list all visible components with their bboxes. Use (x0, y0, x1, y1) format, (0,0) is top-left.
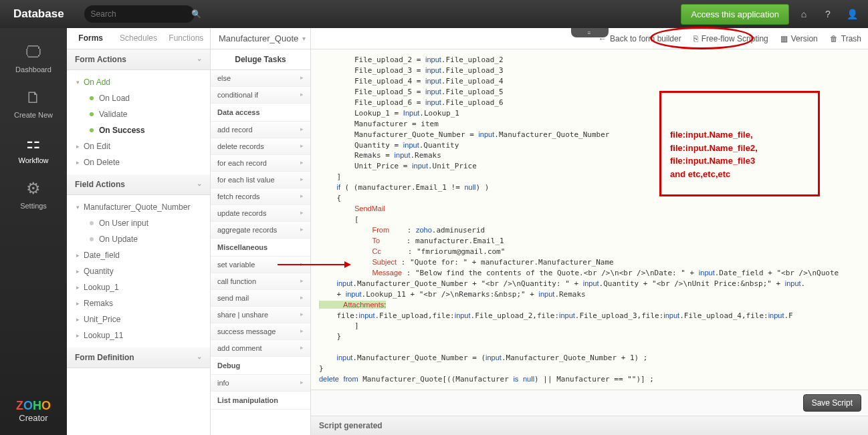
chevron-down-icon: ⌄ (197, 353, 202, 362)
task-delete-records[interactable]: delete records▸ (211, 138, 310, 155)
tree-on-delete[interactable]: ▸On Delete (67, 154, 210, 170)
version-button[interactable]: ▦Version (780, 34, 818, 43)
task-send-mail[interactable]: send mail▸ (211, 290, 310, 307)
tab-forms[interactable]: Forms (67, 28, 114, 49)
search-input[interactable] (91, 9, 191, 19)
task-else[interactable]: else▸ (211, 70, 310, 87)
app-title: Database (13, 7, 64, 21)
access-app-button[interactable]: Access this application (681, 4, 789, 25)
section-form-actions[interactable]: Form Actions⌄ (67, 49, 210, 70)
status-bar: Script generated (311, 416, 868, 435)
chevron-down-icon: ⌄ (197, 180, 202, 189)
tree-quantity[interactable]: ▸Quantity (67, 263, 210, 279)
tree-on-load[interactable]: On Load (67, 90, 210, 106)
group-data-access: Data access (211, 104, 310, 122)
task-fetch-records[interactable]: fetch records▸ (211, 188, 310, 205)
caret-down-icon: ▾ (302, 35, 306, 42)
task-aggregate-records[interactable]: aggregate records▸ (211, 222, 310, 239)
search-box[interactable]: 🔍 (84, 5, 195, 23)
tree-lookup11[interactable]: ▸Lookup_11 (67, 327, 210, 343)
group-debug: Debug (211, 357, 310, 375)
deluge-tasks-heading: Deluge Tasks (211, 49, 310, 70)
freeflow-scripting-button[interactable]: ⎘Free-flow Scripting (693, 34, 768, 43)
nav-create-new[interactable]: 🗋Create New (14, 88, 53, 119)
gear-icon: ⚙ (20, 179, 47, 198)
task-call-function[interactable]: call function▸ (211, 273, 310, 290)
tree-unit-price[interactable]: ▸Unit_Price (67, 311, 210, 327)
nav-settings[interactable]: ⚙Settings (20, 179, 47, 210)
task-update-records[interactable]: update records▸ (211, 205, 310, 222)
section-field-actions[interactable]: Field Actions⌄ (67, 174, 210, 195)
task-share[interactable]: share | unshare▸ (211, 307, 310, 323)
group-misc: Miscellaneous (211, 239, 310, 257)
task-add-record[interactable]: add record▸ (211, 122, 310, 138)
new-doc-icon: 🗋 (14, 88, 53, 107)
tree-validate[interactable]: Validate (67, 106, 210, 122)
task-for-each-list[interactable]: for each list value▸ (211, 172, 310, 188)
left-nav: 🖵Dashboard 🗋Create New ⚏Workflow ⚙Settin… (0, 28, 67, 435)
editor-panel: ≡ ←Back to form builder ⎘Free-flow Scrip… (311, 28, 868, 435)
task-info[interactable]: info▸ (211, 375, 310, 392)
task-conditional-if[interactable]: conditional if▸ (211, 87, 310, 104)
script-icon: ⎘ (693, 34, 698, 43)
home-icon[interactable]: ⌂ (794, 5, 813, 23)
tree-mqn[interactable]: ▾Manufacturer_Quote_Number (67, 199, 210, 215)
workflow-icon: ⚏ (18, 134, 48, 152)
editor-footer: Save Script (311, 390, 868, 416)
tree-remaks[interactable]: ▸Remaks (67, 295, 210, 311)
tree-on-success[interactable]: On Success (67, 122, 210, 138)
tab-functions[interactable]: Functions (162, 28, 210, 49)
top-bar: Database 🔍 Access this application ⌂ ? 👤 (0, 0, 868, 28)
nav-workflow[interactable]: ⚏Workflow (18, 134, 48, 164)
tree-on-edit[interactable]: ▸On Edit (67, 138, 210, 154)
trash-button[interactable]: 🗑Trash (830, 34, 861, 43)
nav-dashboard[interactable]: 🖵Dashboard (15, 43, 51, 74)
form-name-header[interactable]: Manufacturer_Quote▾ (211, 28, 310, 49)
code-editor[interactable]: File_upload_2 = input.File_upload_2 File… (311, 49, 868, 390)
task-set-variable[interactable]: set variable▸ (211, 257, 310, 273)
task-success-message[interactable]: success message▸ (211, 323, 310, 340)
zoho-logo: ZOHO Creator (16, 399, 51, 423)
tree-on-user-input[interactable]: On User input (67, 215, 210, 231)
form-tree-panel: Forms Schedules Functions Form Actions⌄ … (67, 28, 211, 435)
save-script-button[interactable]: Save Script (803, 394, 861, 412)
version-icon: ▦ (780, 34, 788, 43)
drag-handle-icon[interactable]: ≡ (571, 28, 609, 37)
annotation-text: file:input.Name_file, file:input.Name_fi… (670, 128, 758, 180)
tab-schedules[interactable]: Schedules (114, 28, 162, 49)
editor-toolbar: ≡ ←Back to form builder ⎘Free-flow Scrip… (311, 28, 868, 49)
search-icon[interactable]: 🔍 (191, 9, 201, 19)
group-list: List manipulation (211, 392, 310, 410)
task-for-each-record[interactable]: for each record▸ (211, 155, 310, 172)
task-add-comment[interactable]: add comment▸ (211, 340, 310, 357)
back-to-builder-button[interactable]: ←Back to form builder (599, 34, 681, 43)
tree-on-update[interactable]: On Update (67, 231, 210, 247)
section-form-definition[interactable]: Form Definition⌄ (67, 347, 210, 368)
help-icon[interactable]: ? (819, 5, 837, 23)
user-icon[interactable]: 👤 (843, 5, 861, 23)
chevron-down-icon: ⌄ (197, 55, 202, 64)
tree-lookup1[interactable]: ▸Lookup_1 (67, 279, 210, 295)
trash-icon: 🗑 (830, 34, 838, 43)
monitor-icon: 🖵 (15, 43, 51, 61)
tasks-panel: Manufacturer_Quote▾ Deluge Tasks else▸ c… (211, 28, 311, 435)
tree-date-field[interactable]: ▸Date_field (67, 247, 210, 263)
tree-on-add[interactable]: ▾On Add (67, 74, 210, 90)
